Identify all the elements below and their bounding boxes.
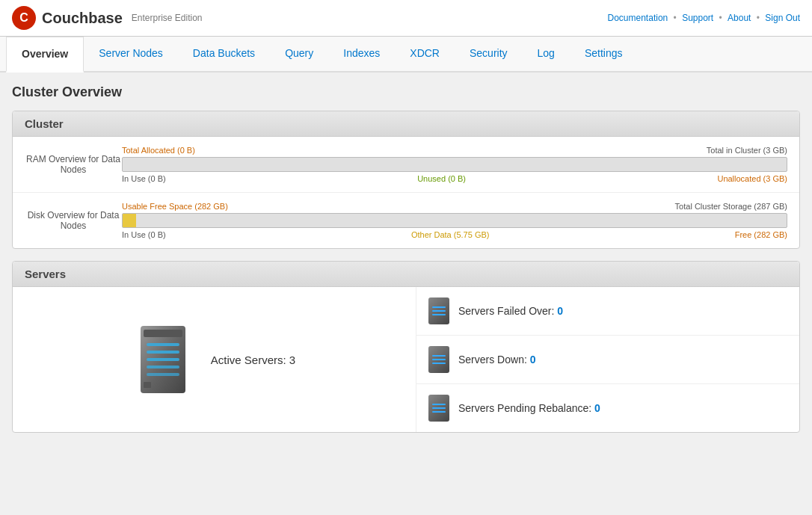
mini-server-icon-2 <box>428 395 449 422</box>
ram-bar <box>122 157 787 172</box>
server-svg-icon <box>133 322 193 397</box>
cluster-section: Cluster RAM Overview for Data Nodes Tota… <box>12 111 800 249</box>
support-link[interactable]: Support <box>682 13 713 23</box>
mini-server-icon-1 <box>428 346 449 373</box>
nav-item-server-nodes[interactable]: Server Nodes <box>84 37 178 73</box>
server-stat-value-1: 0 <box>530 354 536 366</box>
disk-label: Disk Overview for Data Nodes <box>25 210 122 231</box>
ram-bottom-left: In Use (0 B) <box>122 174 166 183</box>
nav-item-indexes[interactable]: Indexes <box>328 37 395 73</box>
ram-label: RAM Overview for Data Nodes <box>25 154 122 175</box>
app-header: C Couchbase Enterprise Edition Documenta… <box>0 0 812 37</box>
ram-overview-row: RAM Overview for Data Nodes Total Alloca… <box>13 137 799 193</box>
servers-left: Active Servers: 3 <box>13 287 416 432</box>
disk-top-left: Usable Free Space (282 GB) <box>122 202 228 211</box>
logo-area: C Couchbase Enterprise Edition <box>12 6 203 30</box>
ram-chart: Total Allocated (0 B) Total in Cluster (… <box>122 146 787 183</box>
disk-other-bar <box>123 214 136 227</box>
logo-edition: Enterprise Edition <box>132 13 203 23</box>
nav-item-security[interactable]: Security <box>455 37 523 73</box>
nav-item-xdcr[interactable]: XDCR <box>395 37 455 73</box>
server-stat-value-0: 0 <box>557 305 563 317</box>
active-servers-label: Active Servers: 3 <box>211 354 295 366</box>
disk-chart: Usable Free Space (282 GB) Total Cluster… <box>122 202 787 239</box>
main-nav: OverviewServer NodesData BucketsQueryInd… <box>0 37 812 73</box>
server-stat-text-0: Servers Failed Over: 0 <box>458 305 563 317</box>
server-stat-0: Servers Failed Over: 0 <box>416 287 799 336</box>
ram-bottom-right: Unallocated (3 GB) <box>717 174 787 183</box>
nav-item-log[interactable]: Log <box>523 37 570 73</box>
documentation-link[interactable]: Documentation <box>608 13 668 23</box>
disk-bar <box>122 213 787 228</box>
svg-rect-1 <box>144 330 182 337</box>
svg-rect-4 <box>147 358 179 361</box>
nav-item-overview[interactable]: Overview <box>6 37 84 73</box>
svg-rect-6 <box>147 373 179 376</box>
svg-rect-7 <box>144 382 151 388</box>
svg-rect-5 <box>147 366 179 368</box>
sign-out-link[interactable]: Sign Out <box>765 13 800 23</box>
svg-rect-2 <box>147 343 179 346</box>
disk-bottom-center: Other Data (5.75 GB) <box>411 230 490 239</box>
server-stat-2: Servers Pending Rebalance: 0 <box>416 384 799 432</box>
servers-content: Active Servers: 3 Servers Failed Over: 0… <box>13 287 799 432</box>
disk-top-right: Total Cluster Storage (287 GB) <box>675 202 787 211</box>
ram-top-left: Total Allocated (0 B) <box>122 146 195 155</box>
servers-right: Servers Failed Over: 0 Servers Down: 0 S… <box>416 287 799 432</box>
nav-item-query[interactable]: Query <box>270 37 328 73</box>
mini-server-icon-0 <box>428 297 449 324</box>
main-content: Cluster Overview Cluster RAM Overview fo… <box>0 73 812 457</box>
server-stat-text-1: Servers Down: 0 <box>458 354 536 366</box>
about-link[interactable]: About <box>728 13 751 23</box>
couchbase-logo-icon: C <box>12 6 36 30</box>
nav-item-data-buckets[interactable]: Data Buckets <box>178 37 270 73</box>
top-links: Documentation • Support • About • Sign O… <box>608 13 800 23</box>
logo-text: Couchbase <box>42 10 123 27</box>
ram-bottom-center: Unused (0 B) <box>417 174 466 183</box>
cluster-section-header: Cluster <box>13 111 799 137</box>
nav-item-settings[interactable]: Settings <box>570 37 638 73</box>
disk-bottom-left: In Use (0 B) <box>122 230 166 239</box>
server-tower-icon <box>133 322 193 397</box>
servers-section-header: Servers <box>13 262 799 287</box>
servers-section: Servers <box>12 261 800 433</box>
svg-rect-3 <box>147 351 179 354</box>
server-stat-1: Servers Down: 0 <box>416 336 799 384</box>
server-stat-value-2: 0 <box>594 402 600 414</box>
disk-overview-row: Disk Overview for Data Nodes Usable Free… <box>13 193 799 248</box>
server-stat-text-2: Servers Pending Rebalance: 0 <box>458 402 600 414</box>
ram-top-right: Total in Cluster (3 GB) <box>707 146 787 155</box>
page-title: Cluster Overview <box>12 84 800 100</box>
disk-bottom-right: Free (282 GB) <box>735 230 787 239</box>
